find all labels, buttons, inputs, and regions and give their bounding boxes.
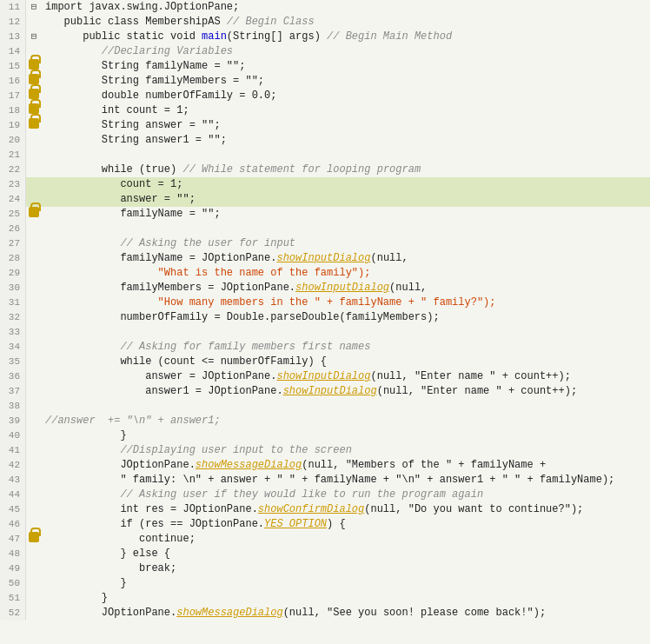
line-number: 51 bbox=[0, 591, 26, 606]
code-token: int res = JOptionPane. bbox=[45, 503, 258, 515]
code-area: 11⊟import javax.swing.JOptionPane;12 pub… bbox=[0, 0, 650, 621]
line-number: 43 bbox=[0, 473, 26, 488]
code-content: "What is the name of the family"); bbox=[42, 266, 650, 281]
line-icon[interactable] bbox=[26, 59, 42, 70]
code-content bbox=[42, 399, 650, 414]
line-icon[interactable] bbox=[26, 118, 42, 129]
line-number: 17 bbox=[0, 89, 26, 103]
code-line: 16 String familyMembers = ""; bbox=[0, 74, 650, 89]
lock-icon bbox=[29, 103, 39, 114]
line-number: 33 bbox=[0, 325, 26, 340]
collapse-icon[interactable]: ⊟ bbox=[31, 0, 37, 15]
code-line: 40 } bbox=[0, 428, 650, 443]
code-line: 37 answer1 = JOptionPane.showInputDialog… bbox=[0, 384, 650, 399]
code-token: public class MembershipAS bbox=[45, 16, 227, 28]
code-content bbox=[42, 222, 650, 236]
line-number: 31 bbox=[0, 295, 26, 310]
code-token: // Begin Class bbox=[227, 16, 315, 28]
code-content: //Displaying user input to the screen bbox=[42, 443, 650, 458]
line-number: 38 bbox=[0, 399, 26, 414]
line-number: 18 bbox=[0, 103, 26, 118]
lock-icon bbox=[29, 59, 39, 70]
code-content: familyName = JOptionPane.showInputDialog… bbox=[42, 251, 650, 266]
code-token: } bbox=[45, 592, 108, 604]
code-line: 29 "What is the name of the family"); bbox=[0, 266, 650, 281]
code-line: 15 String familyName = ""; bbox=[0, 59, 650, 74]
code-token: String familyMembers = ""; bbox=[45, 75, 264, 87]
line-number: 21 bbox=[0, 148, 26, 163]
line-icon[interactable] bbox=[26, 74, 42, 84]
code-token: showInputDialog bbox=[276, 370, 370, 382]
code-content: //Declaring Variables bbox=[42, 44, 650, 59]
line-number: 35 bbox=[0, 355, 26, 369]
code-line: 27 // Asking the user for input bbox=[0, 236, 650, 251]
code-line: 31 "How many members in the " + familyNa… bbox=[0, 295, 650, 310]
code-content: String familyName = ""; bbox=[42, 59, 650, 74]
code-token: (null, "Enter name " + count++); bbox=[370, 370, 570, 382]
code-line: 41 //Displaying user input to the screen bbox=[0, 443, 650, 458]
code-content bbox=[42, 148, 650, 163]
code-token: (null, "Members of the " + familyName + bbox=[302, 459, 546, 471]
code-token: while (true) bbox=[45, 163, 182, 176]
code-token: double numberOfFamily = 0.0; bbox=[45, 90, 276, 102]
code-content: double numberOfFamily = 0.0; bbox=[42, 89, 650, 103]
code-content: int res = JOptionPane.showConfirmDialog(… bbox=[42, 502, 650, 517]
code-token: answer = ""; bbox=[45, 193, 196, 205]
code-line: 25 familyName = ""; bbox=[0, 207, 650, 222]
code-content: String familyMembers = ""; bbox=[42, 74, 650, 89]
line-number: 50 bbox=[0, 576, 26, 591]
code-token: familyName = ""; bbox=[45, 208, 221, 220]
code-line: 45 int res = JOptionPane.showConfirmDial… bbox=[0, 502, 650, 517]
line-number: 45 bbox=[0, 502, 26, 517]
code-token: String answer1 = ""; bbox=[45, 134, 227, 146]
code-token: JOptionPane. bbox=[45, 607, 176, 619]
line-number: 11 bbox=[0, 0, 26, 15]
code-line: 21 bbox=[0, 148, 650, 163]
code-token: showMessageDialog bbox=[196, 459, 302, 471]
collapse-icon[interactable]: ⊟ bbox=[31, 30, 37, 44]
code-line: 26 bbox=[0, 222, 650, 236]
code-content: answer = JOptionPane.showInputDialog(nul… bbox=[42, 369, 650, 384]
code-content: } bbox=[42, 576, 650, 591]
line-icon[interactable] bbox=[26, 103, 42, 114]
line-number: 39 bbox=[0, 414, 26, 428]
code-token: ) { bbox=[327, 518, 346, 530]
code-token: (null, "Enter name " + count++); bbox=[377, 385, 577, 397]
code-token: String answer = ""; bbox=[45, 119, 221, 131]
lock-icon bbox=[29, 118, 39, 129]
code-token: (null, "See you soon! please come back!"… bbox=[283, 607, 546, 619]
line-number: 20 bbox=[0, 133, 26, 148]
line-number: 49 bbox=[0, 561, 26, 576]
code-token: import javax.swing.JOptionPane; bbox=[45, 1, 239, 13]
code-content: String answer1 = ""; bbox=[42, 133, 650, 148]
line-number: 25 bbox=[0, 207, 26, 222]
code-token: "What is the name of the family"); bbox=[45, 267, 370, 279]
code-token: (null, "Do you want to continue?"); bbox=[364, 503, 583, 515]
code-line: 47 continue; bbox=[0, 532, 650, 547]
line-number: 12 bbox=[0, 15, 26, 30]
line-number: 30 bbox=[0, 281, 26, 295]
code-line: 33 bbox=[0, 325, 650, 340]
code-content: } else { bbox=[42, 547, 650, 561]
line-number: 48 bbox=[0, 547, 26, 561]
code-content: //answer += "\n" + answer1; bbox=[42, 414, 650, 428]
code-content: " family: \n" + answer + " " + familyNam… bbox=[42, 473, 650, 488]
editor-container: 11⊟import javax.swing.JOptionPane;12 pub… bbox=[0, 0, 650, 644]
line-number: 29 bbox=[0, 266, 26, 281]
code-token: showInputDialog bbox=[295, 282, 389, 294]
line-icon[interactable]: ⊟ bbox=[26, 30, 42, 44]
line-icon[interactable] bbox=[26, 89, 42, 99]
code-content: JOptionPane.showMessageDialog(null, "Mem… bbox=[42, 458, 650, 473]
line-icon[interactable] bbox=[26, 207, 42, 217]
line-icon[interactable] bbox=[26, 532, 42, 542]
code-token: // Asking for family members first names bbox=[45, 341, 370, 353]
code-token: } else { bbox=[45, 548, 170, 560]
code-line: 51 } bbox=[0, 591, 650, 606]
code-line: 46 if (res == JOptionPane.YES_OPTION) { bbox=[0, 517, 650, 532]
code-line: 24 answer = ""; bbox=[0, 192, 650, 207]
code-content: // Asking user if they would like to run… bbox=[42, 488, 650, 502]
code-line: 35 while (count <= numberOfFamily) { bbox=[0, 355, 650, 369]
code-content: String answer = ""; bbox=[42, 118, 650, 133]
line-number: 44 bbox=[0, 488, 26, 502]
line-icon[interactable]: ⊟ bbox=[26, 0, 42, 15]
